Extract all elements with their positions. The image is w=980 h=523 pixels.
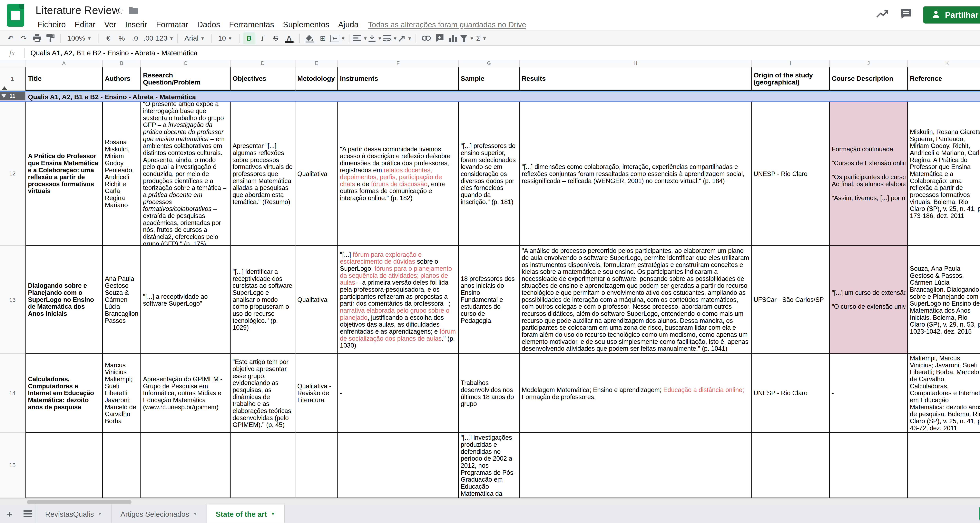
horizontal-scrollbar[interactable] [0, 498, 980, 504]
cell-D13[interactable]: "[...] identificar a receptividade dos c… [231, 246, 296, 354]
document-title[interactable]: Literature Review [36, 5, 120, 17]
text-wrap-icon[interactable]: ▼ [383, 32, 397, 44]
insert-chart-icon[interactable] [447, 32, 459, 44]
more-formats-icon[interactable]: 123▼ [156, 32, 173, 44]
cell-K13[interactable]: Souza, Ana Paula Gestoso & Passos, Cárme… [908, 246, 980, 354]
column-header-A[interactable]: A [25, 60, 103, 67]
text-color-icon[interactable]: A [283, 32, 295, 44]
cell-A13[interactable]: Dialogando sobre e Planejando com o Supe… [25, 246, 103, 354]
header-cell-H[interactable]: Results [520, 67, 752, 91]
cell-G12[interactable]: "[...] professores do ensino superior, f… [459, 102, 520, 246]
header-cell-G[interactable]: Sample [459, 67, 520, 91]
cell-I15[interactable] [752, 433, 830, 498]
column-header-C[interactable]: C [141, 60, 231, 67]
column-header-G[interactable]: G [459, 60, 520, 67]
vertical-align-icon[interactable]: ▼ [369, 32, 382, 44]
cell-H13[interactable]: "A análise do processo percorrido pelos … [520, 246, 752, 354]
bold-icon[interactable]: B [243, 32, 255, 44]
cell-F12[interactable]: "A partir dessa comunidade tivemos acess… [338, 102, 459, 246]
cell-H14[interactable]: Modelagem Matemática; Ensino e aprendiza… [520, 354, 752, 433]
column-header-J[interactable]: J [830, 60, 908, 67]
tab-state-of-the-art[interactable]: State of the art▼ [207, 505, 285, 523]
increase-decimal-icon[interactable]: .00 [142, 32, 154, 44]
cell-C15[interactable] [141, 433, 231, 498]
insert-link-icon[interactable] [420, 32, 432, 44]
header-cell-B[interactable]: Authors [103, 67, 141, 91]
menu-suplementos[interactable]: Suplementos [278, 19, 334, 30]
cell-A15[interactable] [25, 433, 103, 498]
undo-icon[interactable]: ↶ [5, 32, 17, 44]
row-header-11[interactable]: 11 [0, 92, 25, 101]
add-sheet-button[interactable]: + [0, 508, 19, 519]
star-icon[interactable]: ☆ [116, 6, 124, 16]
menu-ajuda[interactable]: Ajuda [334, 19, 363, 30]
menu-ficheiro[interactable]: Ficheiro [33, 19, 70, 30]
merge-cells-icon[interactable]: ▼ [330, 32, 345, 44]
cell-F14[interactable]: - [338, 354, 459, 433]
cell-G15[interactable]: "[...] investigações produzidas e defend… [459, 433, 520, 498]
menu-ver[interactable]: Ver [100, 19, 121, 30]
cell-I13[interactable]: UFSCar - São Carlos/SP [752, 246, 830, 354]
column-header-I[interactable]: I [752, 60, 830, 67]
cell-I14[interactable]: UNESP - Rio Claro [752, 354, 830, 433]
header-cell-D[interactable]: Objectives [231, 67, 296, 91]
percent-format-icon[interactable]: % [116, 32, 128, 44]
horizontal-align-icon[interactable]: ▼ [353, 32, 368, 44]
folder-icon[interactable] [129, 6, 138, 16]
strikethrough-icon[interactable]: S [270, 32, 282, 44]
cell-F15[interactable] [338, 433, 459, 498]
fill-color-icon[interactable] [304, 32, 315, 44]
menu-dados[interactable]: Dados [192, 19, 224, 30]
tab-artigos-selecionados[interactable]: Artigos Selecionados▼ [111, 505, 207, 523]
cell-C13[interactable]: "[...] a receptividade ao software Super… [141, 246, 231, 354]
cell-E13[interactable]: Qualitativa [295, 246, 338, 354]
column-header-E[interactable]: E [295, 60, 338, 67]
tab-menu-icon[interactable]: ▼ [193, 512, 197, 516]
filter-icon[interactable]: ▼ [460, 32, 474, 44]
paint-format-icon[interactable] [45, 32, 57, 44]
explore-button[interactable] [979, 507, 980, 520]
borders-icon[interactable]: ⊞ [317, 32, 329, 44]
tab-revistasqualis[interactable]: RevistasQualis▼ [36, 505, 112, 523]
header-cell-F[interactable]: Instruments [338, 67, 459, 91]
header-cell-E[interactable]: Metodology [295, 67, 338, 91]
cell-A14[interactable]: Calculadoras, Computadores e Internet em… [25, 354, 103, 433]
cell-E14[interactable]: Qualitativa - Revisão de Literatura [295, 354, 338, 433]
column-header-D[interactable]: D [231, 60, 296, 67]
currency-format-icon[interactable]: € [102, 32, 115, 44]
cell-J13[interactable]: "[...] um curso de extensão o "O curso d… [830, 246, 908, 354]
select-all-corner[interactable] [0, 60, 25, 67]
zoom-select[interactable]: 100%▼ [65, 32, 94, 44]
merged-band-cell[interactable]: Qualis A1, A2, B1 e B2 - Ensino - Abreta… [25, 92, 980, 101]
cell-B13[interactable]: Ana Paula Gestoso Souza & Cármen Lúcia B… [103, 246, 141, 354]
decrease-decimal-icon[interactable]: .0 [129, 32, 141, 44]
print-icon[interactable] [31, 32, 43, 44]
redo-icon[interactable]: ↷ [18, 32, 30, 44]
cell-B12[interactable]: Rosana Miskulin, Miriam Godoy Penteado, … [103, 102, 141, 246]
header-cell-I[interactable]: Origin of the study (geographical) [752, 67, 830, 91]
comment-history-icon[interactable] [900, 8, 912, 22]
menu-ferramentas[interactable]: Ferramentas [224, 19, 278, 30]
font-select[interactable]: Arial▼ [182, 32, 207, 44]
cell-H12[interactable]: "[...] dimensões como colaboração, inter… [520, 102, 752, 246]
cell-E15[interactable] [295, 433, 338, 498]
cell-E12[interactable]: Qualitativa [295, 102, 338, 246]
menu-formatar[interactable]: Formatar [152, 19, 193, 30]
cell-J12[interactable]: Formação continuada "Cursos de Extensão … [830, 102, 908, 246]
row-header-12[interactable]: 12 [0, 102, 25, 246]
cell-C12[interactable]: "O presente artigo expõe a interrogação … [141, 102, 231, 246]
column-header-F[interactable]: F [338, 60, 459, 67]
cell-D14[interactable]: "Este artigo tem por objetivo apresentar… [231, 354, 296, 433]
italic-icon[interactable]: I [256, 32, 269, 44]
cell-D15[interactable] [231, 433, 296, 498]
menu-editar[interactable]: Editar [70, 19, 100, 30]
column-header-K[interactable]: K [908, 60, 980, 67]
cell-C14[interactable]: Apresentação do GPIMEM - Grupo de Pesqui… [141, 354, 231, 433]
menu-inserir[interactable]: Inserir [121, 19, 152, 30]
cell-B15[interactable] [103, 433, 141, 498]
cell-D12[interactable]: Apresentar "[...] algumas reflexões sobr… [231, 102, 296, 246]
row-header-1[interactable]: 1 [0, 67, 25, 91]
text-rotate-icon[interactable]: ▼ [398, 32, 412, 44]
cell-B14[interactable]: Marcus Vinicius Maltempi; Sueli Liberatt… [103, 354, 141, 433]
row-header-15[interactable]: 15 [0, 433, 25, 498]
